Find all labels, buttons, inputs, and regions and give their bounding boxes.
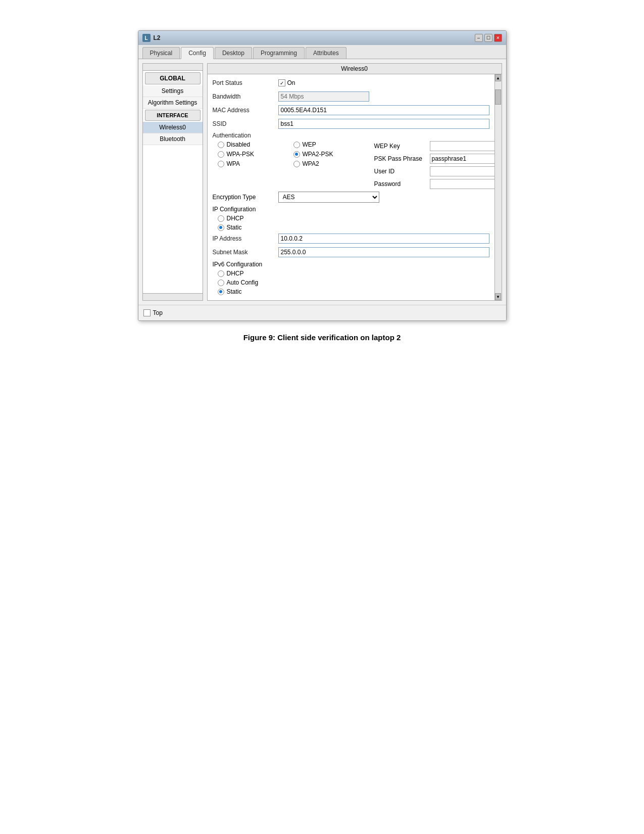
ip-address-row: IP Address xyxy=(213,233,489,244)
radio-wpa-circle[interactable] xyxy=(218,161,224,167)
maximize-button[interactable]: ☐ xyxy=(484,34,492,42)
radio-ipv6-static[interactable]: Static xyxy=(218,288,489,295)
bandwidth-value xyxy=(278,91,489,102)
subnet-label: Subnet Mask xyxy=(213,249,278,256)
scrollbar[interactable]: ▲ ▼ xyxy=(494,74,502,300)
ip-config-label: IP Configuration xyxy=(213,206,489,213)
psk-row: PSK Pass Phrase xyxy=(374,154,494,164)
radio-static[interactable]: Static xyxy=(218,224,489,231)
radio-ipv6-dhcp-circle[interactable] xyxy=(218,270,224,277)
ipv6-config-label: IPv6 Configuration xyxy=(213,261,489,268)
encryption-select[interactable]: AES TKIP xyxy=(278,192,379,203)
sidebar-item-settings[interactable]: Settings xyxy=(143,85,203,97)
radio-ipv6-static-circle[interactable] xyxy=(218,289,224,295)
on-checkbox-box[interactable]: ✓ xyxy=(278,79,285,86)
radio-disabled-circle[interactable] xyxy=(218,142,224,148)
top-label: Top xyxy=(153,309,163,316)
sidebar-item-bluetooth[interactable]: Bluetooth xyxy=(143,133,203,145)
radio-wpa2-psk-label: WPA2-PSK xyxy=(303,151,333,158)
page-wrapper: L L2 – ☐ ✕ Physical Config Desktop Progr… xyxy=(10,30,634,342)
user-id-input[interactable] xyxy=(430,166,494,176)
close-button[interactable]: ✕ xyxy=(494,34,502,42)
radio-wpa2[interactable]: WPA2 xyxy=(293,160,369,167)
encryption-row: Encryption Type AES TKIP xyxy=(213,192,489,203)
top-checkbox-container[interactable]: Top xyxy=(143,309,163,316)
scrollbar-thumb[interactable] xyxy=(495,89,501,105)
panel-body: Port Status ✓ On Bandwidth xyxy=(208,74,494,300)
sidebar-item-interface[interactable]: INTERFACE xyxy=(145,110,201,121)
auth-left: Disabled WEP WPA-PSK xyxy=(213,141,369,192)
sidebar-scroll-bottom xyxy=(143,293,203,300)
encryption-label: Encryption Type xyxy=(213,194,278,201)
application-window: L L2 – ☐ ✕ Physical Config Desktop Progr… xyxy=(138,30,507,321)
scrollbar-up[interactable]: ▲ xyxy=(495,74,501,81)
title-bar: L L2 – ☐ ✕ xyxy=(138,31,506,45)
sidebar-item-algorithm-settings[interactable]: Algorithm Settings xyxy=(143,97,203,109)
ip-address-input[interactable] xyxy=(278,234,489,244)
radio-wpa2-psk[interactable]: WPA2-PSK xyxy=(293,151,369,158)
bottom-bar: Top xyxy=(138,305,506,320)
ip-address-value xyxy=(278,234,489,244)
minimize-button[interactable]: – xyxy=(475,34,483,42)
sidebar-scroll-top xyxy=(143,64,203,71)
tab-programming[interactable]: Programming xyxy=(253,47,305,59)
radio-static-circle[interactable] xyxy=(218,224,224,231)
tab-config[interactable]: Config xyxy=(181,47,214,59)
radio-wep[interactable]: WEP xyxy=(293,141,369,148)
sidebar-item-global[interactable]: GLOBAL xyxy=(145,72,201,84)
scrollbar-down[interactable]: ▼ xyxy=(495,293,501,300)
radio-dhcp-label: DHCP xyxy=(227,215,244,222)
radio-disabled-label: Disabled xyxy=(227,141,251,148)
tab-attributes[interactable]: Attributes xyxy=(306,47,346,59)
sidebar-item-wireless0[interactable]: Wireless0 xyxy=(143,122,203,133)
radio-dhcp-circle[interactable] xyxy=(218,215,224,222)
mac-label: MAC Address xyxy=(213,107,278,114)
wep-key-input[interactable] xyxy=(430,141,494,151)
radio-wpa2-psk-circle[interactable] xyxy=(293,151,300,158)
psk-input[interactable] xyxy=(430,154,494,164)
top-checkbox[interactable] xyxy=(143,309,151,316)
bandwidth-row: Bandwidth xyxy=(213,91,489,102)
radio-dhcp[interactable]: DHCP xyxy=(218,215,489,222)
radio-ipv6-dhcp-label: DHCP xyxy=(227,270,244,277)
on-checkbox[interactable]: ✓ On xyxy=(278,79,489,86)
radio-auto-config-circle[interactable] xyxy=(218,280,224,286)
radio-ipv6-static-label: Static xyxy=(227,288,242,295)
port-status-label: Port Status xyxy=(213,79,278,86)
subnet-input[interactable] xyxy=(278,247,489,257)
ssid-input[interactable] xyxy=(278,119,489,129)
radio-auto-config[interactable]: Auto Config xyxy=(218,279,489,286)
radio-ipv6-dhcp[interactable]: DHCP xyxy=(218,270,489,277)
psk-label: PSK Pass Phrase xyxy=(374,155,430,162)
auth-right: WEP Key PSK Pass Phrase xyxy=(369,141,494,192)
tab-bar: Physical Config Desktop Programming Attr… xyxy=(138,45,506,59)
auth-layout: Disabled WEP WPA-PSK xyxy=(213,141,489,192)
radio-wpa2-circle[interactable] xyxy=(293,161,300,167)
radio-wpa[interactable]: WPA xyxy=(218,160,293,167)
bandwidth-label: Bandwidth xyxy=(213,93,278,100)
tab-desktop[interactable]: Desktop xyxy=(215,47,252,59)
radio-disabled[interactable]: Disabled xyxy=(218,141,293,148)
radio-auto-config-label: Auto Config xyxy=(227,279,259,286)
scrollbar-track xyxy=(495,81,501,293)
bandwidth-input[interactable] xyxy=(278,91,369,102)
port-status-value: ✓ On xyxy=(278,79,489,86)
radio-wpa-psk-circle[interactable] xyxy=(218,151,224,158)
radio-wep-circle[interactable] xyxy=(293,142,300,148)
ssid-value xyxy=(278,119,489,129)
app-icon: L xyxy=(142,34,151,42)
ssid-label: SSID xyxy=(213,120,278,127)
password-input[interactable] xyxy=(430,179,494,189)
radio-wpa-label: WPA xyxy=(227,160,240,167)
radio-static-label: Static xyxy=(227,224,242,231)
tab-physical[interactable]: Physical xyxy=(142,47,180,59)
on-label: On xyxy=(287,79,295,86)
radio-wpa-psk[interactable]: WPA-PSK xyxy=(218,151,293,158)
radio-wep-label: WEP xyxy=(303,141,316,148)
mac-input[interactable] xyxy=(278,105,489,115)
right-panel: Wireless0 Port Status ✓ On xyxy=(207,63,502,301)
subnet-row: Subnet Mask xyxy=(213,247,489,258)
password-label: Password xyxy=(374,180,430,188)
auth-section-label: Authentication xyxy=(213,132,489,139)
wep-key-label: WEP Key xyxy=(374,143,430,150)
